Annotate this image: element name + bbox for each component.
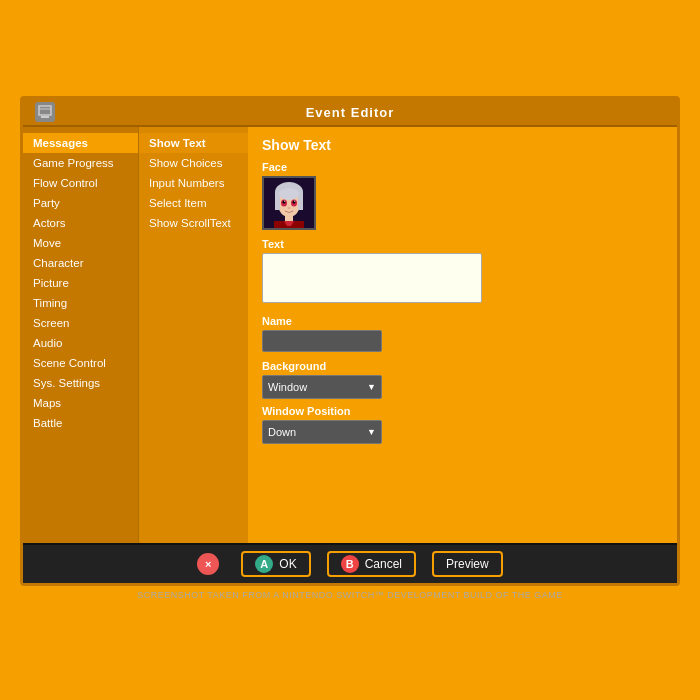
cancel-button[interactable]: B Cancel: [327, 551, 416, 577]
middle-item-select-item[interactable]: Select Item: [139, 193, 248, 213]
window-position-select[interactable]: Down Middle Up: [262, 420, 382, 444]
sidebar-item-picture[interactable]: Picture: [23, 273, 138, 293]
bottom-bar: × A OK B Cancel Preview: [23, 543, 677, 583]
window-position-dropdown-row: Window Position Down Middle Up: [262, 405, 663, 444]
middle-item-show-scrolltext[interactable]: Show ScrollText: [139, 213, 248, 233]
window-title: Event Editor: [306, 105, 395, 120]
sidebar-item-character[interactable]: Character: [23, 253, 138, 273]
a-letter: A: [255, 555, 273, 573]
svg-rect-16: [285, 215, 293, 221]
sidebar: Messages Game Progress Flow Control Part…: [23, 127, 138, 543]
svg-point-14: [294, 201, 295, 202]
middle-item-input-numbers[interactable]: Input Numbers: [139, 173, 248, 193]
background-select-wrapper: Window Dim Transparent: [262, 375, 382, 399]
svg-point-13: [284, 201, 285, 202]
section-title: Show Text: [262, 137, 663, 153]
sidebar-item-audio[interactable]: Audio: [23, 333, 138, 353]
preview-label: Preview: [446, 557, 489, 571]
face-label: Face: [262, 161, 663, 173]
svg-point-15: [288, 207, 291, 209]
character-face-image: [264, 178, 314, 228]
sidebar-item-move[interactable]: Move: [23, 233, 138, 253]
sidebar-item-flow-control[interactable]: Flow Control: [23, 173, 138, 193]
sidebar-item-battle[interactable]: Battle: [23, 413, 138, 433]
svg-point-8: [279, 188, 299, 200]
title-bar-icon: [35, 102, 55, 122]
editor-icon: [38, 105, 52, 119]
ok-button[interactable]: A OK: [241, 551, 310, 577]
face-box[interactable]: [262, 176, 316, 230]
middle-column: Show Text Show Choices Input Numbers Sel…: [138, 127, 248, 543]
sidebar-item-maps[interactable]: Maps: [23, 393, 138, 413]
svg-rect-2: [41, 116, 49, 118]
background-dropdown-row: Background Window Dim Transparent: [262, 360, 663, 399]
footer-text: SCREENSHOT TAKEN FROM A NINTENDO SWITCH™…: [137, 586, 563, 604]
sidebar-item-timing[interactable]: Timing: [23, 293, 138, 313]
window-position-select-wrapper: Down Middle Up: [262, 420, 382, 444]
sidebar-item-game-progress[interactable]: Game Progress: [23, 153, 138, 173]
editor-body: Messages Game Progress Flow Control Part…: [23, 127, 677, 543]
svg-rect-0: [39, 106, 51, 115]
sidebar-item-party[interactable]: Party: [23, 193, 138, 213]
sidebar-item-screen[interactable]: Screen: [23, 313, 138, 333]
window-position-label: Window Position: [262, 405, 663, 417]
sidebar-item-scene-control[interactable]: Scene Control: [23, 353, 138, 373]
preview-button[interactable]: Preview: [432, 551, 503, 577]
middle-item-show-text[interactable]: Show Text: [139, 133, 248, 153]
name-label: Name: [262, 315, 663, 327]
main-content: Show Text Face: [248, 127, 677, 543]
text-input[interactable]: [262, 253, 482, 303]
sidebar-item-sys-settings[interactable]: Sys. Settings: [23, 373, 138, 393]
sidebar-item-messages[interactable]: Messages: [23, 133, 138, 153]
screenshot-frame: Event Editor Messages Game Progress Flow…: [20, 96, 680, 586]
text-label: Text: [262, 238, 663, 250]
outer-wrapper: Event Editor Messages Game Progress Flow…: [0, 0, 700, 700]
middle-item-show-choices[interactable]: Show Choices: [139, 153, 248, 173]
background-label: Background: [262, 360, 663, 372]
ok-label: OK: [279, 557, 296, 571]
sidebar-item-actors[interactable]: Actors: [23, 213, 138, 233]
dropdowns: Background Window Dim Transparent Window…: [262, 360, 663, 444]
background-select[interactable]: Window Dim Transparent: [262, 375, 382, 399]
b-letter: B: [341, 555, 359, 573]
x-label: ×: [205, 558, 211, 570]
x-button[interactable]: ×: [197, 553, 219, 575]
cancel-label: Cancel: [365, 557, 402, 571]
name-input[interactable]: [262, 330, 382, 352]
title-bar: Event Editor: [23, 99, 677, 127]
